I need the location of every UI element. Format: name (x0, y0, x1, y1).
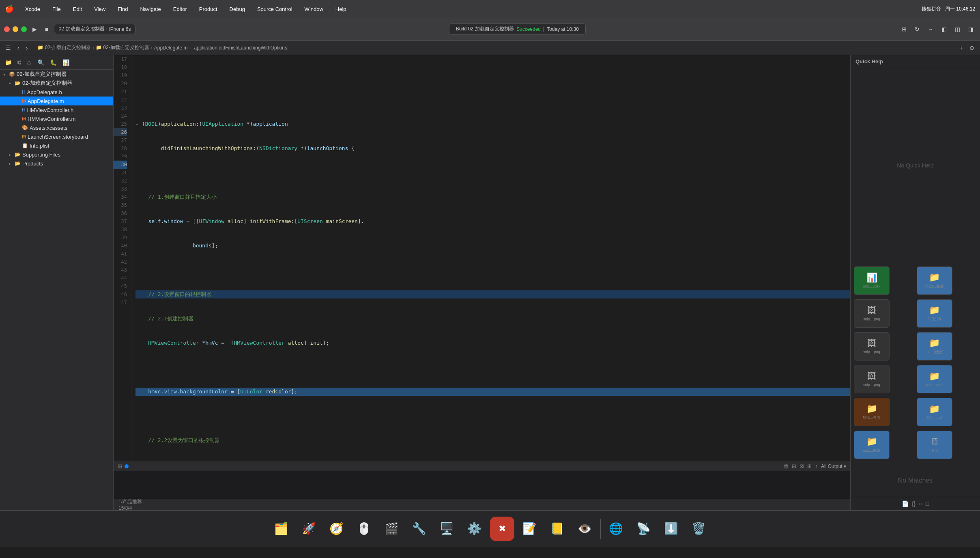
menu-file[interactable]: File (50, 5, 63, 13)
menu-navigate[interactable]: Navigate (138, 5, 163, 13)
tree-item-assets[interactable]: ▾ 🎨 Assets.xcassets (0, 123, 113, 132)
tree-item-appdelegate-h[interactable]: ▾ H AppDelegate.h (0, 88, 113, 97)
qh-circle-btn[interactable]: ○ (919, 500, 922, 507)
dock-notes[interactable]: 📝 (518, 517, 542, 541)
file-thumb-excel[interactable]: 📊 ios1....xlsx (854, 266, 890, 295)
all-output-btn[interactable]: All Output ▾ (821, 464, 846, 469)
file-thumb-folder4[interactable]: 📁 KSl...aster (917, 365, 952, 393)
tree-item-hmviewcontroller-m[interactable]: ▾ M HMViewController.m (0, 114, 113, 123)
dock-browser1[interactable]: 🌐 (604, 517, 628, 541)
menu-source-control[interactable]: Source Control (255, 5, 295, 13)
menu-editor[interactable]: Editor (171, 5, 189, 13)
view-toggle-right[interactable]: → (925, 24, 936, 34)
nav-list-btn[interactable]: ☰ (3, 43, 13, 53)
split-btn2[interactable]: ⊠ (799, 463, 804, 469)
dock-terminal[interactable]: 🖥️ (435, 517, 459, 541)
disclosure-products[interactable]: ▸ (9, 161, 15, 166)
menu-find[interactable]: Find (115, 5, 130, 13)
sidebar-search-btn[interactable]: 🔍 (36, 58, 46, 67)
disclosure-project[interactable]: ▾ (3, 72, 9, 77)
view-toggle-left[interactable]: ⊞ (899, 24, 909, 34)
code-content[interactable]: - (BOOL)application:(UIApplication *)app… (131, 55, 850, 461)
sidebar-folder-btn[interactable]: 📁 (3, 58, 13, 67)
file-thumb-folder7[interactable]: 📁 ios1...试题 (854, 431, 890, 459)
layout-btn1[interactable]: ◧ (939, 24, 949, 34)
file-thumb-folder5[interactable]: 📁 缺命...件夹 (854, 398, 890, 426)
sidebar-git-btn[interactable]: ⑆ (16, 58, 22, 67)
tree-item-products[interactable]: ▸ 📂 Products (0, 159, 113, 168)
add-file-btn[interactable]: + (957, 43, 965, 53)
file-thumb-folder2[interactable]: 📁 车丹分享 (917, 299, 952, 328)
dock-finder[interactable]: 🗂️ (269, 517, 294, 541)
breadcrumb-item-3[interactable]: -application:didFinishLaunchingWithOptio… (192, 45, 288, 51)
dock-tools[interactable]: 🔧 (407, 517, 432, 541)
dock-safari[interactable]: 🧭 (325, 517, 349, 541)
code-line-23: self.window = [[UIWindow alloc] initWith… (135, 217, 850, 225)
split-btn[interactable]: ⊟ (792, 463, 796, 469)
appdelegate-m-label: AppDelegate.m (28, 98, 64, 104)
menu-product[interactable]: Product (197, 5, 220, 13)
tree-item-hmviewcontroller-h[interactable]: ▾ H HMViewController.h (0, 105, 113, 114)
dock-download[interactable]: ⬇️ (659, 517, 683, 541)
related-files-btn[interactable]: ⊙ (967, 43, 977, 53)
stop-button[interactable]: ■ (43, 24, 51, 34)
layout-btn2[interactable]: ◫ (952, 24, 963, 34)
qh-file-btn[interactable]: 📄 (902, 500, 909, 507)
close-button[interactable] (4, 26, 10, 32)
qh-square-btn[interactable]: □ (926, 500, 929, 507)
scheme-selector[interactable]: 02-加载自定义控制器 › iPhone 6s (54, 24, 135, 34)
tree-item-infoplist[interactable]: ▾ 📋 Info.plist (0, 141, 113, 150)
share-btn[interactable]: ↑ (815, 463, 818, 469)
layout-btn3[interactable]: ◨ (966, 24, 976, 34)
file-thumb-png1[interactable]: 🖼 snip....png (854, 299, 890, 328)
run-button[interactable]: ▶ (30, 24, 39, 34)
breadcrumb-item-0[interactable]: 📁 02-加载自定义控制器 (37, 44, 91, 51)
file-thumb-desktop[interactable]: 🖥 桌面 (917, 431, 952, 459)
sidebar-warning-btn[interactable]: ⚠ (25, 58, 33, 67)
input-method[interactable]: 搜狐拼音 (922, 6, 941, 13)
sidebar-debug-btn[interactable]: 🐛 (48, 58, 58, 67)
tree-item-launchscreen[interactable]: ▾ ⊞ LaunchScreen.storyboard (0, 132, 113, 141)
dock-mouse[interactable]: 🖱️ (352, 517, 376, 541)
dock-launchpad[interactable]: 🚀 (297, 517, 321, 541)
minimize-button[interactable] (13, 26, 18, 32)
qh-code-btn[interactable]: {} (912, 500, 916, 507)
dock-notepad[interactable]: 📒 (545, 517, 570, 541)
menu-help[interactable]: Help (333, 5, 349, 13)
search-bottom[interactable]: ⊞ (807, 463, 812, 469)
file-thumb-png3[interactable]: 🖼 snip....png (854, 365, 890, 393)
dock-settings[interactable]: ⚙️ (462, 517, 487, 541)
nav-forward-btn[interactable]: › (24, 43, 30, 53)
file-thumb-folder3[interactable]: 📁 07-...(优化) (917, 332, 952, 361)
file-thumb-folder1[interactable]: 📁 第13...业进 (917, 266, 952, 295)
menu-view[interactable]: View (92, 5, 108, 13)
breadcrumb-item-1[interactable]: 📁 02-加载自定义控制器 (96, 44, 149, 51)
folder2-label: 车丹分享 (926, 317, 943, 322)
menu-window[interactable]: Window (302, 5, 326, 13)
tree-item-project[interactable]: ▾ 📦 02-加载自定义控制器 (0, 70, 113, 79)
tree-item-appdelegate-m[interactable]: ▾ M AppDelegate.m (0, 97, 113, 105)
sidebar-report-btn[interactable]: 📊 (61, 58, 71, 67)
disclosure-supporting[interactable]: ▸ (9, 152, 15, 157)
file-thumb-folder6[interactable]: 📁 ZJL...etail (917, 398, 952, 426)
nav-back-btn[interactable]: ‹ (15, 43, 22, 53)
dock-trash[interactable]: 🗑️ (687, 517, 711, 541)
view-toggle-center[interactable]: ↻ (912, 24, 922, 34)
apple-menu[interactable]: 🍎 (5, 4, 14, 13)
dock-xmind[interactable]: ✖ (490, 517, 514, 541)
dock-browser2[interactable]: 📡 (632, 517, 656, 541)
file-thumb-png2[interactable]: 🖼 snip....png (854, 332, 890, 361)
breadcrumb-item-2[interactable]: AppDelegate.m (154, 45, 188, 51)
menu-debug[interactable]: Debug (227, 5, 247, 13)
trash-btn[interactable]: 🗑 (783, 463, 789, 469)
dock-film[interactable]: 🎬 (380, 517, 404, 541)
tree-item-supporting[interactable]: ▸ 📂 Supporting Files (0, 150, 113, 159)
disclosure-group-main[interactable]: ▾ (9, 81, 15, 86)
editor-area[interactable]: 17 18 19 20 21 22 23 24 25 26 27 28 29 3… (114, 55, 850, 461)
menu-xcode[interactable]: Xcode (23, 5, 43, 13)
tree-item-group-main[interactable]: ▾ 📂 02-加载自定义控制器 (0, 79, 113, 88)
dock-preview[interactable]: 👁️ (573, 517, 597, 541)
menu-edit[interactable]: Edit (71, 5, 84, 13)
maximize-button[interactable] (21, 26, 27, 32)
debug-toggle[interactable]: ⊞ (118, 463, 122, 469)
